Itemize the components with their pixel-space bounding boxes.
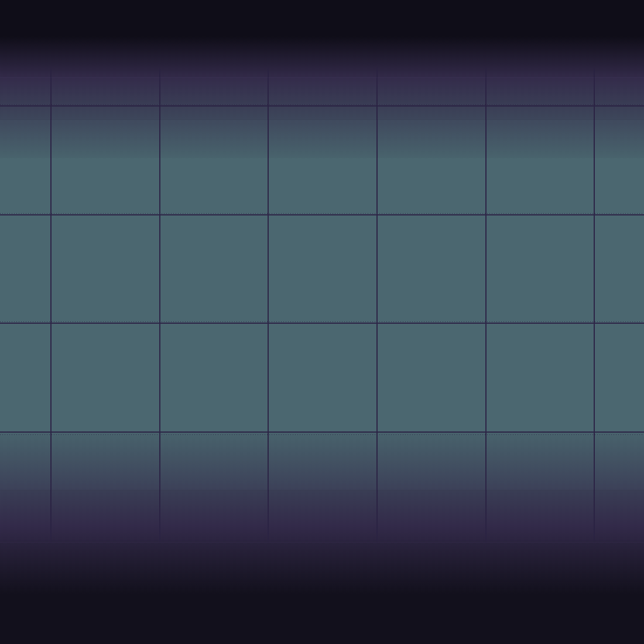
grid-vertical-line <box>159 0 160 644</box>
grid-horizontal-line <box>0 323 644 324</box>
grid-line-dither-dashes <box>0 104 644 105</box>
grid-horizontal-line <box>0 540 644 541</box>
grid-vertical-line <box>376 0 378 644</box>
twilight-gradient-background <box>0 0 644 644</box>
grid-vertical-line <box>594 0 595 644</box>
grid-horizontal-line <box>0 431 644 433</box>
grid-vertical-line <box>485 0 487 644</box>
grid-horizontal-line <box>0 214 644 215</box>
grid-line-dither-dashes <box>0 434 644 435</box>
grid-line-dither-dashes <box>0 321 644 322</box>
grid-line-dither-dashes <box>0 543 644 543</box>
grid-overlay <box>0 0 644 644</box>
grid-vertical-line <box>268 0 269 644</box>
grid-vertical-line <box>50 0 52 644</box>
grid-horizontal-line <box>0 105 644 107</box>
grid-line-dither-dashes <box>0 213 644 214</box>
